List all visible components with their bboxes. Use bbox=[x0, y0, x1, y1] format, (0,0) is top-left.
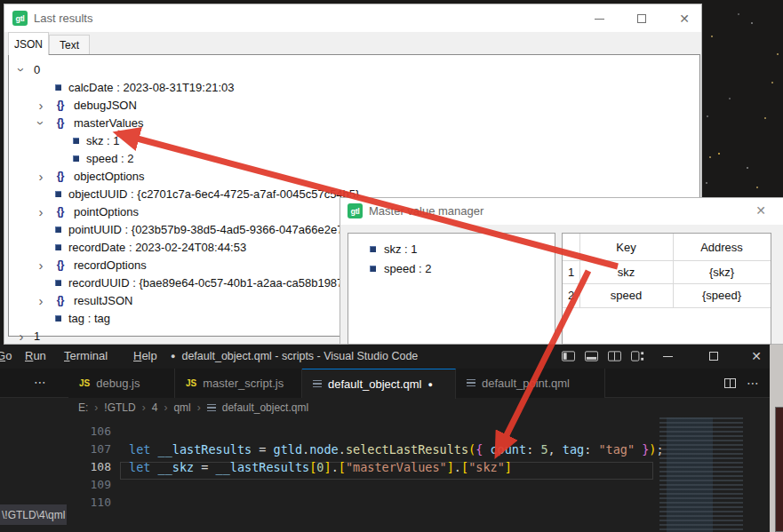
chevron-right-icon[interactable]: › bbox=[36, 205, 46, 218]
desktop: gtl Last results ✕ JSON Text › 0 calcDat… bbox=[0, 0, 783, 532]
vscode-titlebar[interactable]: Go Run Terminal Help ● default_object.qm… bbox=[0, 345, 770, 369]
last-results-titlebar[interactable]: gtl Last results ✕ bbox=[4, 4, 701, 32]
list-item-label: skz : 1 bbox=[384, 242, 418, 256]
tree-label: objectOptions bbox=[74, 170, 145, 183]
tree-row[interactable]: skz : 1 bbox=[9, 131, 699, 149]
qml-file-icon bbox=[467, 379, 475, 387]
toggle-panel-icon[interactable] bbox=[585, 351, 598, 361]
value-icon bbox=[55, 84, 61, 91]
chevron-right-icon[interactable]: › bbox=[36, 99, 46, 112]
table-cell-key[interactable]: speed bbox=[579, 283, 673, 307]
line-number: 108 bbox=[67, 460, 111, 473]
chevron-right-icon[interactable]: › bbox=[36, 294, 46, 307]
vscode-window: Go Run Terminal Help ● default_object.qm… bbox=[0, 345, 770, 532]
split-editor-icon[interactable] bbox=[608, 351, 621, 361]
chevron-right-icon[interactable]: › bbox=[36, 258, 46, 272]
customize-layout-icon[interactable] bbox=[631, 351, 644, 361]
tree-row[interactable]: calcDate : 2023-08-31T19:21:03 bbox=[9, 78, 699, 96]
toggle-sidebar-icon[interactable] bbox=[562, 351, 575, 361]
line-number: 109 bbox=[67, 478, 111, 491]
breadcrumb-item[interactable]: qml bbox=[173, 401, 190, 414]
chevron-down-icon[interactable]: › bbox=[35, 117, 48, 128]
tab-master-script-js[interactable]: JS master_script.js bbox=[175, 369, 302, 398]
column-header-key: Key bbox=[579, 234, 673, 260]
value-icon bbox=[370, 246, 376, 252]
master-value-titlebar[interactable]: gtl Master value manager bbox=[340, 198, 783, 225]
editor-actions-icon[interactable]: ⋯ bbox=[747, 376, 760, 390]
modified-dot-icon: ● bbox=[171, 352, 175, 361]
tab-default-object-qml[interactable]: default_object.qml ● bbox=[302, 369, 456, 399]
tree-label: tag : tag bbox=[68, 312, 110, 325]
menu-terminal[interactable]: Terminal bbox=[64, 349, 108, 362]
minimize-button[interactable] bbox=[589, 11, 609, 27]
close-button[interactable]: ✕ bbox=[675, 11, 694, 27]
maximize-button[interactable] bbox=[632, 11, 651, 27]
code-editor[interactable]: 106 107 108 109 110 let __lastResults = … bbox=[67, 417, 658, 532]
window-title: Last results bbox=[34, 12, 92, 25]
tab-default-point-qml[interactable]: default_point.qml bbox=[456, 369, 605, 398]
breadcrumb[interactable]: E: › !GTLD › 4 › qml › default_object.qm… bbox=[78, 401, 308, 414]
maximize-button[interactable] bbox=[704, 348, 723, 364]
tab-debug-js[interactable]: JS debug.js bbox=[68, 369, 175, 398]
chevron-right-icon[interactable]: › bbox=[16, 330, 27, 343]
js-file-icon: JS bbox=[79, 378, 90, 388]
menu-help[interactable]: Help bbox=[133, 349, 157, 362]
chevron-right-icon: › bbox=[142, 401, 146, 414]
modified-dot-icon: ● bbox=[428, 380, 433, 389]
tree-row[interactable]: speed : 2 bbox=[9, 149, 699, 167]
value-icon bbox=[55, 244, 61, 250]
tree-label: masterValues bbox=[74, 116, 144, 130]
tree-row[interactable]: › 0 bbox=[9, 60, 699, 78]
value-icon bbox=[55, 315, 61, 322]
js-file-icon: JS bbox=[186, 378, 196, 388]
menu-go[interactable]: Go bbox=[0, 349, 12, 362]
tab-text[interactable]: Text bbox=[49, 35, 90, 55]
master-value-manager-window: gtl Master value manager ✕ skz : 1 speed… bbox=[340, 197, 783, 345]
code-line[interactable]: let __skz = __lastResults[0].["masterVal… bbox=[129, 460, 512, 474]
code-line[interactable]: let __lastResults = gtld.node.selectLast… bbox=[129, 442, 664, 457]
sidebar-actions-icon[interactable]: ⋯ bbox=[34, 375, 47, 389]
object-icon: {} bbox=[53, 258, 67, 271]
minimap[interactable] bbox=[659, 417, 743, 532]
minimize-button[interactable] bbox=[658, 348, 677, 364]
value-icon bbox=[370, 266, 376, 272]
object-icon: {} bbox=[53, 170, 67, 182]
master-values-list: skz : 1 speed : 2 bbox=[348, 233, 555, 345]
value-icon bbox=[73, 138, 79, 144]
tree-label: speed : 2 bbox=[86, 152, 134, 165]
breadcrumb-item[interactable]: 4 bbox=[152, 401, 158, 414]
tree-label: objectUUID : {c2701c7a-6ec4-4725-a7af-00… bbox=[68, 187, 359, 201]
split-editor-icon[interactable] bbox=[724, 378, 736, 388]
object-icon: {} bbox=[53, 116, 67, 129]
gtl-app-icon: gtl bbox=[12, 11, 28, 26]
object-icon: {} bbox=[53, 205, 67, 218]
tree-row[interactable]: › {} debugJSON bbox=[9, 96, 699, 114]
column-header-address: Address bbox=[673, 234, 771, 260]
tree-row[interactable]: › {} objectOptions bbox=[9, 167, 699, 185]
gtl-app-icon: gtl bbox=[348, 203, 363, 218]
list-item[interactable]: speed : 2 bbox=[348, 258, 555, 278]
table-cell-address[interactable]: {speed} bbox=[673, 283, 771, 307]
breadcrumb-file[interactable]: default_object.qml bbox=[222, 401, 308, 414]
sidebar-path-item[interactable]: !GTLD\4\qml bbox=[0, 528, 67, 532]
list-item[interactable]: skz : 1 bbox=[348, 239, 555, 258]
list-item-label: speed : 2 bbox=[384, 262, 432, 275]
breadcrumb-item[interactable]: E: bbox=[78, 401, 88, 414]
chevron-down-icon[interactable]: › bbox=[15, 64, 28, 75]
close-button[interactable]: ✕ bbox=[751, 202, 771, 218]
value-icon bbox=[55, 191, 61, 197]
vscode-sidebar: \!GTLD\4\qml !GTLD\4\qml bbox=[0, 398, 67, 532]
tree-row[interactable]: › {} masterValues bbox=[9, 114, 699, 131]
tree-label: recordUUID : {bae89e64-0c57-40b1-a2aa-ca… bbox=[68, 276, 366, 290]
tab-json[interactable]: JSON bbox=[8, 32, 49, 55]
line-number: 106 bbox=[67, 425, 111, 438]
tree-label: 1 bbox=[34, 330, 40, 343]
value-icon bbox=[55, 280, 61, 286]
close-button[interactable]: ✕ bbox=[747, 348, 766, 364]
table-cell-key[interactable]: skz bbox=[579, 260, 673, 283]
breadcrumb-item[interactable]: !GTLD bbox=[104, 401, 135, 414]
chevron-right-icon[interactable]: › bbox=[36, 170, 46, 183]
menu-run[interactable]: Run bbox=[25, 349, 46, 362]
sidebar-path-item[interactable]: \!GTLD\4\qml bbox=[0, 504, 67, 525]
table-cell-address[interactable]: {skz} bbox=[673, 260, 771, 283]
